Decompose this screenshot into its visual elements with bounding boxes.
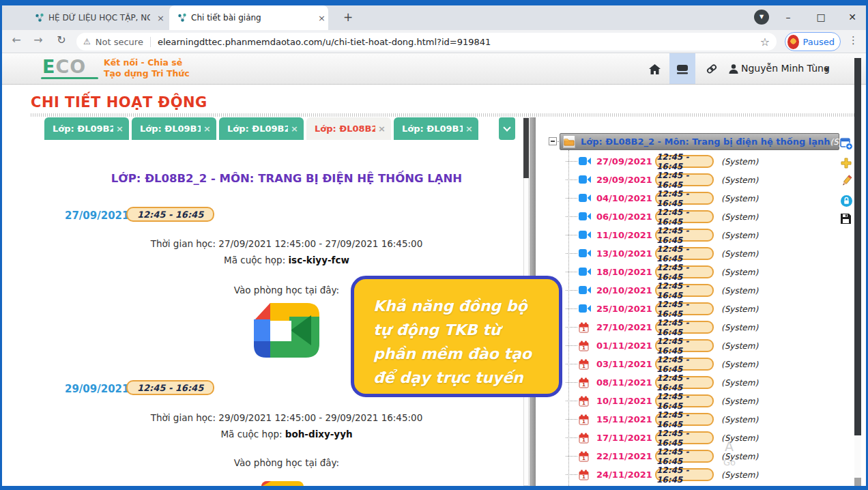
tree-root-label: Lớp: ĐL08B2_2 - Môn: Trang bị điện hệ th… bbox=[581, 136, 830, 147]
forward-icon[interactable]: → bbox=[30, 33, 46, 46]
calendar-icon: 1 bbox=[579, 377, 592, 388]
class-tab[interactable]: Lớp: ĐL08B2... × bbox=[306, 117, 391, 140]
calendar-icon: 1 bbox=[579, 359, 592, 370]
tree-row[interactable]: 1 27/09/2021 12:45 - 16:45 (System) bbox=[560, 152, 853, 171]
tree-row[interactable]: 1 29/09/2021 12:45 - 16:45 (System) bbox=[560, 171, 853, 189]
save-icon[interactable] bbox=[840, 213, 853, 226]
svg-text:1: 1 bbox=[582, 401, 585, 406]
device-icon[interactable] bbox=[674, 60, 691, 78]
site-favicon bbox=[177, 13, 187, 23]
divider bbox=[150, 37, 151, 47]
tree-row[interactable]: 1 01/11/2021 12:45 - 16:45 (System) bbox=[560, 336, 853, 355]
video-icon bbox=[579, 285, 592, 296]
tree-row-time-badge: 12:45 - 16:45 bbox=[655, 339, 714, 352]
tree-row[interactable]: 1 18/10/2021 12:45 - 16:45 (System) bbox=[560, 263, 853, 281]
calendar-icon: 1 bbox=[579, 451, 592, 462]
close-icon[interactable]: × bbox=[203, 124, 211, 134]
plus-icon[interactable] bbox=[840, 157, 853, 170]
tree-row[interactable]: 1 20/10/2021 12:45 - 16:45 (System) bbox=[560, 281, 853, 300]
browser-tab-active[interactable]: Chi tiết bài giảng × bbox=[169, 5, 328, 30]
tree-row-date: 15/11/2021 bbox=[596, 414, 655, 424]
close-icon[interactable]: × bbox=[116, 124, 124, 134]
class-tab-dropdown-button[interactable] bbox=[499, 117, 515, 140]
close-tab-icon[interactable]: × bbox=[154, 13, 167, 23]
tree-row-date: 29/09/2021 bbox=[596, 175, 655, 185]
tree-row[interactable]: 1 08/11/2021 12:45 - 16:45 (System) bbox=[560, 373, 853, 392]
tree-row[interactable]: 1 13/10/2021 12:45 - 16:45 (System) bbox=[560, 244, 853, 263]
class-tab[interactable]: Lớp: ĐL09B2... × bbox=[44, 117, 129, 140]
close-icon[interactable]: × bbox=[378, 124, 386, 134]
close-icon[interactable]: × bbox=[291, 124, 298, 134]
minimize-button[interactable]: – bbox=[772, 5, 804, 30]
tree-row-time-badge: 12:45 - 16:45 bbox=[655, 394, 714, 407]
course-title: LỚP: ĐL08B2_2 - MÔN: TRANG BỊ ĐIỆN HỆ TH… bbox=[38, 172, 535, 185]
session-join-label: Vào phòng học tại đây: bbox=[38, 457, 535, 468]
calendar-add-icon[interactable] bbox=[840, 137, 853, 150]
tree-row-date: 18/10/2021 bbox=[596, 267, 655, 277]
home-icon[interactable] bbox=[646, 60, 663, 78]
browser-menu-icon[interactable]: ⋮ bbox=[848, 34, 858, 46]
tree-row[interactable]: 1 10/11/2021 12:45 - 16:45 (System) bbox=[560, 392, 853, 410]
pencil-icon[interactable] bbox=[840, 175, 853, 188]
tree-row[interactable]: 1 27/10/2021 12:45 - 16:45 (System) bbox=[560, 318, 853, 336]
tree-row-system-label: (System) bbox=[721, 286, 758, 296]
tree-row[interactable]: 1 24/11/2021 12:45 - 16:45 (System) bbox=[560, 465, 853, 484]
calendar-icon: 1 bbox=[579, 396, 592, 407]
tree-row[interactable]: 1 22/11/2021 12:45 - 16:45 (System) bbox=[560, 447, 853, 465]
user-menu-caret-icon[interactable]: ▼ bbox=[824, 66, 829, 73]
back-icon[interactable]: ← bbox=[8, 33, 25, 46]
session-schedule: Thời gian học: 27/09/2021 12:45:00 - 27/… bbox=[38, 238, 535, 249]
calendar-icon: 1 bbox=[579, 433, 592, 444]
user-name[interactable]: Nguyễn Minh Tùng bbox=[741, 63, 830, 74]
content-scrollbar-thumb[interactable] bbox=[523, 118, 529, 178]
annotation-callout: Khả năng đồng bộ tự động TKB từ phần mềm… bbox=[351, 276, 562, 397]
tree-row[interactable]: 1 25/10/2021 12:45 - 16:45 (System) bbox=[560, 300, 853, 318]
class-tab[interactable]: Lớp: ĐL09B1... × bbox=[394, 117, 478, 140]
link-icon[interactable] bbox=[703, 60, 721, 78]
tree-row[interactable]: 1 15/11/2021 12:45 - 16:45 (System) bbox=[560, 410, 853, 429]
close-tab-icon[interactable]: × bbox=[315, 13, 328, 23]
media-control-button[interactable]: ▼ bbox=[754, 10, 769, 25]
class-tab[interactable]: Lớp: ĐL09B1... × bbox=[132, 117, 216, 140]
address-bar[interactable]: ⚠ Not secure elearningdttec.phanmemdaota… bbox=[76, 33, 777, 51]
tree-row[interactable]: 1 17/11/2021 12:45 - 16:45 (System) bbox=[560, 429, 853, 447]
tree-row-date: 08/11/2021 bbox=[596, 377, 655, 388]
new-tab-button[interactable]: + bbox=[339, 9, 357, 27]
tree-row[interactable]: 1 11/10/2021 12:45 - 16:45 (System) bbox=[560, 226, 853, 244]
video-icon bbox=[579, 230, 592, 241]
browser-tab-inactive[interactable]: HỆ DỮ LIỆU HỌC TẬP, NGHIÊN C × bbox=[29, 5, 167, 30]
tree-row-system-label: (System) bbox=[721, 194, 758, 203]
calendar-icon: 1 bbox=[579, 322, 592, 333]
page-title: CHI TIẾT HOẠT ĐỘNG bbox=[31, 94, 207, 111]
tree-root-node[interactable]: Lớp: ĐL08B2_2 - Môn: Trang bị điện hệ th… bbox=[560, 133, 839, 150]
tree-row-date: 03/11/2021 bbox=[596, 359, 655, 369]
maximize-button[interactable]: □ bbox=[805, 5, 837, 30]
video-icon bbox=[579, 193, 592, 204]
class-tab-label: Lớp: ĐL08B2... bbox=[315, 124, 375, 134]
eco-logo[interactable]: ECO bbox=[42, 57, 86, 76]
tree-row[interactable]: 1 03/11/2021 12:45 - 16:45 (System) bbox=[560, 355, 853, 373]
svg-text:1: 1 bbox=[582, 345, 585, 351]
class-tab-label: Lớp: ĐL09B1... bbox=[140, 124, 201, 134]
close-icon[interactable]: × bbox=[465, 124, 473, 134]
logo-tagline-2: Tạo dựng Tri Thức bbox=[104, 68, 190, 78]
tree-row[interactable]: 1 04/10/2021 12:45 - 16:45 (System) bbox=[560, 189, 853, 207]
extension-paused-button[interactable]: Paused bbox=[785, 32, 841, 51]
svg-text:1: 1 bbox=[582, 456, 585, 461]
google-meet-icon[interactable] bbox=[254, 303, 319, 358]
reload-icon[interactable]: ↻ bbox=[53, 33, 70, 46]
tree-row[interactable]: 1 06/10/2021 12:45 - 16:45 (System) bbox=[560, 207, 853, 226]
tree-collapse-toggle[interactable] bbox=[549, 137, 557, 145]
bookmark-star-icon[interactable]: ☆ bbox=[760, 35, 770, 48]
tree-row-system-label: (System) bbox=[721, 323, 758, 332]
close-window-button[interactable]: ✕ bbox=[837, 5, 868, 30]
video-icon bbox=[579, 175, 592, 186]
tree-row-date: 24/11/2021 bbox=[596, 470, 655, 480]
tree-row-date: 06/10/2021 bbox=[596, 212, 655, 222]
class-tab[interactable]: Lớp: ĐL09B2... × bbox=[219, 117, 304, 140]
lock-icon[interactable] bbox=[840, 194, 853, 207]
folder-icon bbox=[563, 135, 575, 148]
tree-row-date: 10/11/2021 bbox=[596, 396, 655, 406]
browser-scrollbar-thumb[interactable] bbox=[854, 58, 861, 435]
tree-row-system-label: (System) bbox=[721, 212, 758, 222]
